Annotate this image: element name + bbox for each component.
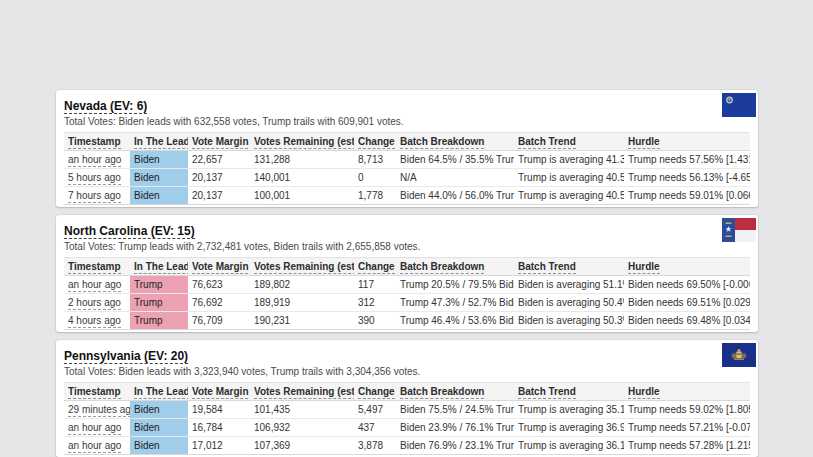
vote-margin-cell: 22,657 [188,151,250,169]
change-cell: 390 [354,312,396,330]
state-title[interactable]: Nevada (EV: 6) [64,99,147,114]
batch-breakdown-cell: Trump 20.5% / 79.5% Biden [396,276,514,294]
votes-remaining-cell: 107,369 [250,437,354,455]
batch-trend-cell: Trump is averaging 41.3% [514,151,624,169]
timestamp-link[interactable]: 5 hours ago [68,172,121,185]
batch-trend-cell: Biden is averaging 50.3% [514,312,624,330]
timestamp-link[interactable]: an hour ago [68,422,121,435]
column-header-votes-remaining[interactable]: Votes Remaining (est.) [254,136,354,149]
timestamp-link[interactable]: an hour ago [68,440,121,453]
batch-breakdown-cell: Trump 46.4% / 53.6% Biden [396,312,514,330]
batch-breakdown-cell: Biden 75.5% / 24.5% Trump [396,401,514,419]
votes-remaining-cell: 100,001 [250,187,354,205]
change-cell: 8,713 [354,151,396,169]
column-header-in-the-lead[interactable]: In The Lead [134,261,188,274]
votes-remaining-cell: 101,435 [250,401,354,419]
votes-remaining-cell: 189,802 [250,276,354,294]
hurdle-cell: Biden needs 69.51% [0.029%] [624,294,750,312]
change-cell: 0 [354,169,396,187]
column-header-hurdle[interactable]: Hurdle [628,386,660,399]
vote-margin-cell: 20,137 [188,169,250,187]
column-header-batch-breakdown[interactable]: Batch Breakdown [400,386,484,399]
table-row: an hour ago Biden 22,657 131,288 8,713 B… [64,151,750,169]
column-header-in-the-lead[interactable]: In The Lead [134,136,188,149]
table-row: 7 hours ago Biden 20,137 100,001 1,778 B… [64,187,750,205]
column-header-in-the-lead[interactable]: In The Lead [134,386,188,399]
change-cell: 312 [354,294,396,312]
vote-margin-cell: 16,784 [188,419,250,437]
north-carolina-flag-icon [722,218,756,242]
batch-breakdown-cell: Biden 44.0% / 56.0% Trump [396,187,514,205]
batch-breakdown-cell: Biden 23.9% / 76.1% Trump [396,419,514,437]
timestamp-link[interactable]: 29 minutes ago [68,404,130,417]
column-header-batch-trend[interactable]: Batch Trend [518,386,576,399]
change-cell: 437 [354,419,396,437]
vote-margin-cell: 19,584 [188,401,250,419]
column-header-hurdle[interactable]: Hurdle [628,136,660,149]
column-header-hurdle[interactable]: Hurdle [628,261,660,274]
leader-cell: Biden [130,401,188,419]
leader-cell: Trump [130,276,188,294]
column-header-vote-margin[interactable]: Vote Margin [192,136,248,149]
vote-margin-cell: 20,137 [188,187,250,205]
table-row: an hour ago Biden 16,784 106,932 437 Bid… [64,419,750,437]
election-tracker-page: Nevada (EV: 6) Total Votes: Biden leads … [56,90,758,457]
state-section-north-carolina: North Carolina (EV: 15) Total Votes: Tru… [56,215,758,332]
votes-remaining-cell: 189,919 [250,294,354,312]
state-title[interactable]: Pennsylvania (EV: 20) [64,349,188,364]
nevada-flag-icon [722,93,756,117]
batch-breakdown-cell: Biden 76.9% / 23.1% Trump [396,437,514,455]
column-header-batch-trend[interactable]: Batch Trend [518,261,576,274]
batch-trend-cell: Biden is averaging 51.1% [514,276,624,294]
state-section-nevada: Nevada (EV: 6) Total Votes: Biden leads … [56,90,758,207]
total-votes-summary: Total Votes: Biden leads with 3,323,940 … [64,366,750,378]
hurdle-cell: Biden needs 69.50% [-0.006%] [624,276,750,294]
hurdle-cell: Biden needs 69.48% [0.034%] [624,312,750,330]
column-header-batch-breakdown[interactable]: Batch Breakdown [400,136,484,149]
batch-trend-cell: Trump is averaging 40.5% [514,169,624,187]
column-header-vote-margin[interactable]: Vote Margin [192,386,248,399]
results-table: Timestamp In The Lead Vote Margin Votes … [64,382,750,455]
pennsylvania-flag-icon [722,343,756,367]
change-cell: 117 [354,276,396,294]
table-row: an hour ago Biden 17,012 107,369 3,878 B… [64,437,750,455]
leader-cell: Biden [130,437,188,455]
timestamp-link[interactable]: an hour ago [68,279,121,292]
column-header-votes-remaining[interactable]: Votes Remaining (est.) [254,386,354,399]
leader-cell: Biden [130,419,188,437]
hurdle-cell: Trump needs 59.01% [0.066%] [624,187,750,205]
column-header-timestamp[interactable]: Timestamp [68,386,121,399]
column-header-votes-remaining[interactable]: Votes Remaining (est.) [254,261,354,274]
timestamp-link[interactable]: 4 hours ago [68,315,121,328]
state-title[interactable]: North Carolina (EV: 15) [64,224,195,239]
hurdle-cell: Trump needs 57.28% [1.215%] [624,437,750,455]
batch-trend-cell: Biden is averaging 50.4% [514,294,624,312]
vote-margin-cell: 76,709 [188,312,250,330]
table-row: 4 hours ago Trump 76,709 190,231 390 Tru… [64,312,750,330]
column-header-timestamp[interactable]: Timestamp [68,261,121,274]
column-header-batch-trend[interactable]: Batch Trend [518,136,576,149]
table-row: 29 minutes ago Biden 19,584 101,435 5,49… [64,401,750,419]
table-header-row: Timestamp In The Lead Vote Margin Votes … [64,133,750,151]
timestamp-link[interactable]: 2 hours ago [68,297,121,310]
vote-margin-cell: 76,623 [188,276,250,294]
leader-cell: Biden [130,169,188,187]
column-header-change[interactable]: Change [358,136,395,149]
column-header-timestamp[interactable]: Timestamp [68,136,121,149]
table-row: an hour ago Trump 76,623 189,802 117 Tru… [64,276,750,294]
timestamp-link[interactable]: an hour ago [68,154,121,167]
column-header-change[interactable]: Change [358,261,395,274]
hurdle-cell: Trump needs 59.02% [1.805%] [624,401,750,419]
batch-trend-cell: Trump is averaging 36.1% [514,437,624,455]
batch-trend-cell: Trump is averaging 35.1% [514,401,624,419]
timestamp-link[interactable]: 7 hours ago [68,190,121,203]
vote-margin-cell: 76,692 [188,294,250,312]
hurdle-cell: Trump needs 56.13% [-4.653%] [624,169,750,187]
table-row: 5 hours ago Biden 20,137 140,001 0 N/A T… [64,169,750,187]
hurdle-cell: Trump needs 57.56% [1.431%] [624,151,750,169]
change-cell: 1,778 [354,187,396,205]
column-header-batch-breakdown[interactable]: Batch Breakdown [400,261,484,274]
batch-breakdown-cell: Trump 47.3% / 52.7% Biden [396,294,514,312]
column-header-change[interactable]: Change [358,386,395,399]
column-header-vote-margin[interactable]: Vote Margin [192,261,248,274]
